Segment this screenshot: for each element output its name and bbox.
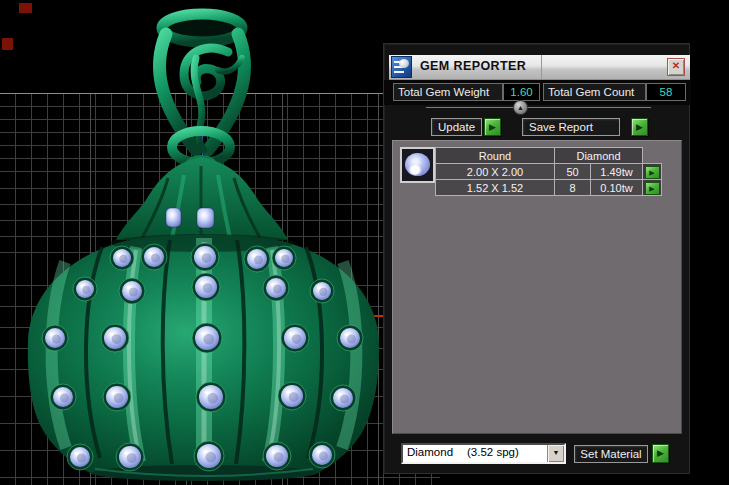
collapse-divider bbox=[426, 107, 651, 108]
gem-reporter-panel: GEM REPORTER ✕ Total Gem Weight 1.60 Tot… bbox=[383, 43, 690, 474]
material-dropdown[interactable]: Diamond(3.52 spg) ▼ bbox=[401, 443, 566, 464]
set-gems bbox=[42, 243, 363, 471]
close-button[interactable]: ✕ bbox=[667, 58, 685, 76]
total-gem-weight-label: Total Gem Weight bbox=[393, 83, 503, 101]
bail-ring bbox=[172, 131, 230, 163]
gem-table: Round Diamond 2.00 X 2.00 50 1.49tw ▶ 1.… bbox=[435, 147, 662, 196]
collapse-button[interactable]: ▲ bbox=[513, 100, 528, 115]
app-window: GEM REPORTER ✕ Total Gem Weight 1.60 Tot… bbox=[0, 0, 729, 485]
title-divider bbox=[541, 55, 542, 79]
save-report-button[interactable]: Save Report bbox=[522, 118, 620, 136]
gem-size: 2.00 X 2.00 bbox=[436, 164, 555, 180]
gem-weight: 1.49tw bbox=[591, 164, 643, 180]
gem-row-go-icon[interactable]: ▶ bbox=[645, 182, 660, 195]
gem-size: 1.52 X 1.52 bbox=[436, 180, 555, 196]
gem-row-go-icon[interactable]: ▶ bbox=[645, 166, 660, 179]
set-material-button[interactable]: Set Material bbox=[574, 445, 648, 463]
panel-title: GEM REPORTER bbox=[420, 59, 526, 73]
pearl-glyph bbox=[399, 59, 409, 68]
pendant-body bbox=[28, 234, 379, 481]
save-report-go-icon[interactable]: ▶ bbox=[631, 118, 648, 136]
viewport-artifact bbox=[2, 38, 13, 50]
pendant-bail bbox=[159, 14, 244, 150]
material-density: (3.52 spg) bbox=[467, 446, 519, 458]
shape-header: Round bbox=[436, 148, 555, 164]
gem-list-area: Round Diamond 2.00 X 2.00 50 1.49tw ▶ 1.… bbox=[392, 140, 682, 434]
gem-weight: 0.10tw bbox=[591, 180, 643, 196]
viewport-mask bbox=[440, 474, 690, 485]
panel-title-bar[interactable]: GEM REPORTER ✕ bbox=[389, 55, 690, 80]
material-name: Diamond bbox=[407, 446, 453, 458]
dropdown-arrow-icon[interactable]: ▼ bbox=[547, 445, 564, 462]
gem-reporter-icon bbox=[391, 56, 412, 78]
total-gem-count-label: Total Gem Count bbox=[543, 83, 646, 101]
pendant-model bbox=[0, 0, 400, 485]
gem-table-header-row: Round Diamond bbox=[436, 148, 662, 164]
update-go-icon[interactable]: ▶ bbox=[484, 118, 501, 136]
pendant-neck bbox=[116, 155, 288, 240]
total-gem-count-value: 58 bbox=[646, 83, 686, 101]
viewport-artifact bbox=[19, 3, 32, 13]
gem-table-row: 1.52 X 1.52 8 0.10tw ▶ bbox=[436, 180, 662, 196]
update-button[interactable]: Update bbox=[431, 118, 482, 136]
gem-count: 50 bbox=[555, 164, 591, 180]
gem-table-row: 2.00 X 2.00 50 1.49tw ▶ bbox=[436, 164, 662, 180]
gem-preview-thumbnail[interactable] bbox=[400, 147, 435, 183]
material-header: Diamond bbox=[555, 148, 643, 164]
gem-count: 8 bbox=[555, 180, 591, 196]
total-gem-weight-value: 1.60 bbox=[503, 83, 540, 101]
gem-preview-highlight bbox=[407, 165, 423, 175]
set-material-go-icon[interactable]: ▶ bbox=[652, 444, 669, 463]
